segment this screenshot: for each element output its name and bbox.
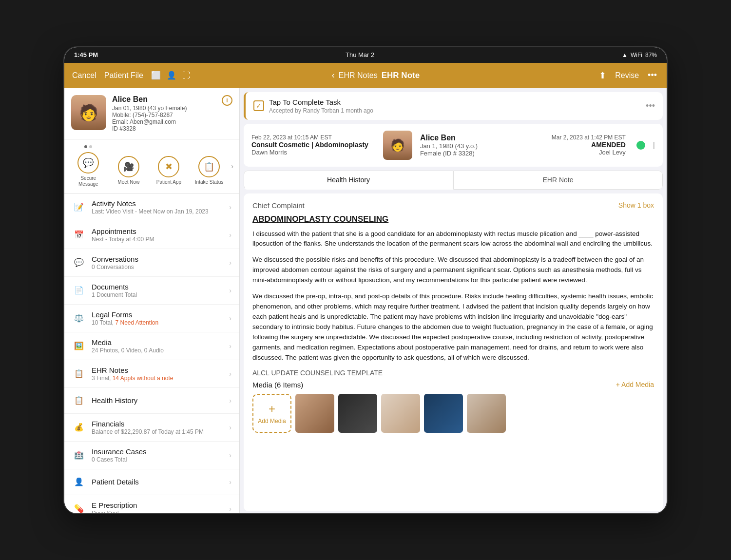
battery-icon: 87% — [645, 52, 657, 58]
patient-mobile: Mobile: (754)-757-8287 — [112, 112, 232, 118]
appointments-text: Appointments Next - Today at 4:00 PM — [92, 227, 223, 243]
person-add-icon[interactable]: 👤 — [167, 71, 176, 80]
quick-action-secure-message[interactable]: 💬 SecureMessage — [68, 145, 109, 187]
patient-id: ID #3328 — [112, 125, 232, 132]
insurance-cases-icon: 🏥 — [72, 448, 86, 462]
task-checkbox[interactable]: ✓ — [253, 100, 264, 111]
sidebar-item-patient-details[interactable]: 👤 Patient Details › — [64, 469, 239, 495]
media-thumb-2[interactable] — [338, 394, 377, 433]
sidebar-item-documents[interactable]: 📄 Documents 1 Document Total › — [64, 277, 239, 305]
conversations-subtitle: 0 Conversations — [92, 264, 223, 270]
info-icon[interactable]: i — [222, 95, 232, 106]
add-media-button[interactable]: + Add Media — [252, 394, 291, 433]
quick-action-intake-status[interactable]: 📋 Intake Status — [189, 147, 230, 185]
more-options-button[interactable]: ••• — [646, 68, 659, 82]
sidebar-item-legal-forms[interactable]: ⚖️ Legal Forms 10 Total, 7 Need Attentio… — [64, 305, 239, 332]
quick-action-meet-now[interactable]: 🎥 Meet Now — [109, 147, 149, 185]
documents-icon: 📄 — [72, 284, 86, 297]
conversations-chevron: › — [229, 259, 231, 267]
legal-forms-title: Legal Forms — [92, 310, 223, 319]
tab-ehr-note[interactable]: EHR Note — [453, 171, 663, 190]
financials-text: Financials Balance of $22,290.87 of Toda… — [92, 420, 223, 435]
nav-right: ⬆ Revise ••• — [561, 68, 659, 83]
visit-info: Feb 22, 2023 at 10:15 AM EST Consult Cos… — [251, 134, 375, 156]
ehr-notes-back-button[interactable]: EHR Notes — [339, 71, 378, 80]
insurance-cases-text: Insurance Cases 0 Cases Total — [92, 447, 223, 463]
media-subtitle: 24 Photos, 0 Video, 0 Audio — [92, 347, 223, 354]
top-nav-bar: Cancel Patient File ⬜ 👤 ⛶ ‹ EHR Notes EH… — [64, 63, 667, 88]
revise-button[interactable]: Revise — [615, 71, 639, 80]
add-media-btn-label: Add Media — [258, 418, 286, 425]
sidebar-item-financials[interactable]: 💰 Financials Balance of $22,290.87 of To… — [64, 414, 239, 442]
task-text: Tap To Complete Task Accepted by Randy T… — [269, 98, 641, 114]
task-more-button[interactable]: ••• — [646, 101, 655, 111]
amended-doctor: Joel Levy — [552, 149, 626, 156]
chief-complaint-title: Chief Complaint — [252, 201, 305, 210]
plus-icon: + — [269, 402, 275, 416]
quick-actions-chevron[interactable]: › — [229, 158, 235, 174]
patient-details-title: Patient Details — [92, 478, 223, 486]
tab-health-history[interactable]: Health History — [244, 171, 453, 190]
quick-action-patient-app[interactable]: ✖ Patient App — [149, 147, 189, 185]
appointments-chevron: › — [229, 231, 231, 239]
sidebar-item-conversations[interactable]: 💬 Conversations 0 Conversations › — [64, 249, 239, 277]
media-thumb-5[interactable] — [467, 394, 506, 433]
appointments-subtitle: Next - Today at 4:00 PM — [92, 236, 223, 243]
sidebar-item-health-history[interactable]: 📋 Health History › — [64, 388, 239, 414]
media-thumb-4[interactable] — [424, 394, 463, 433]
insurance-cases-subtitle: 0 Cases Total — [92, 456, 223, 463]
sidebar-item-e-prescription[interactable]: 💊 E Prescription Dose Spot › — [64, 495, 239, 514]
media-title: Media — [92, 338, 223, 347]
share-button[interactable]: ⬆ — [597, 68, 608, 83]
add-media-link[interactable]: + Add Media — [616, 381, 654, 388]
sidebar-item-media[interactable]: 🖼️ Media 24 Photos, 0 Video, 0 Audio › — [64, 332, 239, 360]
financials-subtitle: Balance of $22,290.87 of Today at 1:45 P… — [92, 428, 223, 435]
ehr-notes-title: EHR Notes — [92, 366, 223, 374]
financials-chevron: › — [229, 424, 231, 431]
task-title: Tap To Complete Task — [269, 98, 641, 106]
media-text: Media 24 Photos, 0 Video, 0 Audio — [92, 338, 223, 354]
cancel-button[interactable]: Cancel — [72, 71, 96, 80]
status-date: Thu Mar 2 — [346, 51, 374, 58]
status-time: 1:45 PM — [74, 51, 98, 58]
signal-icon: ▲ — [622, 52, 628, 58]
main-panel: ✓ Tap To Complete Task Accepted by Randy… — [240, 88, 667, 514]
meet-now-label: Meet Now — [117, 179, 139, 185]
detail-patient-dob: Jan 1, 1980 (43 y.o.) — [420, 142, 544, 150]
chief-complaint-header: Chief Complaint Show 1 box — [252, 201, 654, 210]
amended-label: AMENDED — [552, 141, 626, 149]
insurance-cases-title: Insurance Cases — [92, 447, 223, 456]
sidebar-item-activity-notes[interactable]: 📝 Activity Notes Last: Video Visit - Mee… — [64, 193, 239, 221]
expand-icon[interactable]: ⛶ — [182, 71, 190, 80]
status-bar: 1:45 PM Thu Mar 2 ▲ WiFi 87% — [64, 47, 667, 63]
media-thumb-3[interactable] — [381, 394, 420, 433]
patient-details-icon: 👤 — [72, 475, 86, 489]
counseling-title: ABDOMINOPLASTY COUNSELING — [252, 214, 654, 224]
ehr-notes-subtitle: 3 Final, 14 Appts without a note — [92, 375, 223, 382]
amended-more-icon[interactable]: | — [653, 141, 655, 150]
sidebar-item-insurance-cases[interactable]: 🏥 Insurance Cases 0 Cases Total › — [64, 442, 239, 469]
amended-info: Mar 2, 2023 at 1:42 PM EST AMENDED Joel … — [552, 134, 626, 156]
documents-subtitle: 1 Document Total — [92, 291, 223, 298]
patient-detail-card: Feb 22, 2023 at 10:15 AM EST Consult Cos… — [244, 124, 663, 167]
patient-file-button[interactable]: Patient File — [104, 71, 143, 80]
legal-forms-text: Legal Forms 10 Total, 7 Need Attention — [92, 310, 223, 326]
activity-notes-text: Activity Notes Last: Video Visit - Meet … — [92, 199, 223, 215]
patient-info: Alice Ben Jan 01, 1980 (43 yo Female) Mo… — [112, 95, 232, 132]
sidebar-item-appointments[interactable]: 📅 Appointments Next - Today at 4:00 PM › — [64, 221, 239, 249]
nav-left: Cancel Patient File ⬜ 👤 ⛶ — [72, 71, 190, 80]
documents-chevron: › — [229, 287, 231, 294]
back-arrow-icon[interactable]: ‹ — [332, 70, 335, 80]
media-thumb-1[interactable] — [295, 394, 334, 433]
detail-patient-name: Alice Ben — [420, 134, 544, 142]
sidebar-item-ehr-notes[interactable]: 📋 EHR Notes 3 Final, 14 Appts without a … — [64, 360, 239, 388]
show-box-link[interactable]: Show 1 box — [618, 201, 654, 209]
thumb-inner-2 — [338, 394, 377, 433]
e-prescription-text: E Prescription Dose Spot — [92, 501, 223, 514]
file-icon[interactable]: ⬜ — [151, 71, 161, 80]
patient-app-label: Patient App — [156, 179, 181, 185]
conversations-text: Conversations 0 Conversations — [92, 255, 223, 270]
alcl-template: ALCL UPDATE COUNSELING TEMPLATE — [252, 369, 654, 377]
detail-patient-info: Alice Ben Jan 1, 1980 (43 y.o.) Female (… — [420, 134, 544, 157]
dot-2 — [89, 145, 92, 148]
